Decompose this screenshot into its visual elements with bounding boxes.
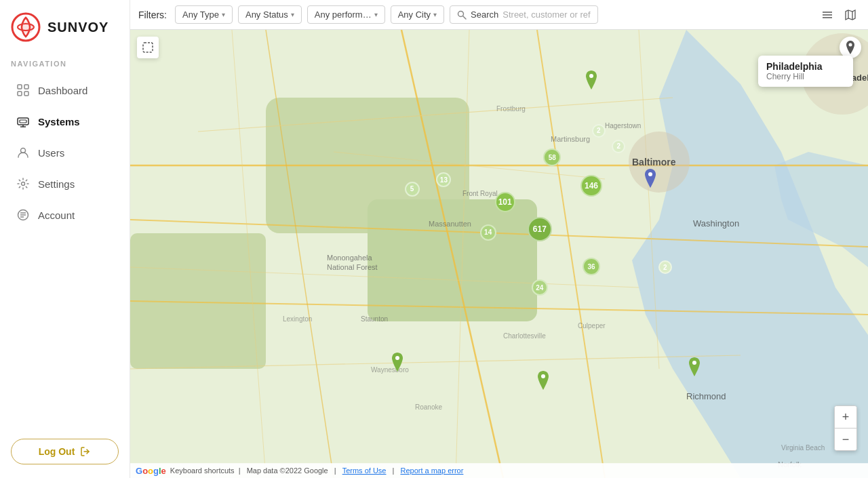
- performer-filter-chevron: ▾: [374, 11, 378, 18]
- type-filter[interactable]: Any Type ▾: [175, 5, 233, 24]
- sunvoy-logo-icon: [11, 12, 41, 42]
- app-name: SUNVOY: [47, 20, 108, 35]
- status-filter-label: Any Status: [245, 9, 288, 20]
- svg-text:Massanutten: Massanutten: [429, 220, 471, 228]
- search-label: Search: [471, 9, 498, 20]
- location-pin-icon: [845, 41, 856, 54]
- status-filter-chevron: ▾: [291, 11, 294, 18]
- draw-rectangle-icon: [142, 41, 154, 54]
- search-placeholder: Street, customer or ref: [502, 9, 590, 20]
- settings-icon: [16, 177, 30, 191]
- logo-area: SUNVOY: [0, 0, 130, 52]
- sidebar-item-settings[interactable]: Settings: [5, 170, 124, 198]
- list-view-button[interactable]: [818, 5, 837, 24]
- svg-text:Washington: Washington: [693, 218, 739, 228]
- svg-rect-2: [18, 85, 22, 89]
- google-logo: Google: [136, 466, 166, 476]
- svg-point-11: [22, 182, 25, 186]
- svg-text:Richmond: Richmond: [686, 391, 726, 401]
- svg-rect-64: [143, 43, 153, 52]
- logout-button[interactable]: Log Out: [11, 439, 119, 464]
- attribution-sep: |: [332, 466, 338, 475]
- city-filter-label: Any City: [398, 9, 431, 20]
- terms-link[interactable]: Terms of Use: [342, 466, 387, 475]
- svg-rect-7: [20, 120, 26, 123]
- account-icon: [16, 208, 30, 222]
- svg-text:Culpeper: Culpeper: [578, 322, 606, 330]
- type-filter-label: Any Type: [182, 9, 219, 20]
- svg-text:Hagerstown: Hagerstown: [605, 122, 641, 130]
- map-container[interactable]: Baltimore Washington Philadelphia Richmo…: [130, 30, 868, 478]
- tooltip-city-sub: Cherry Hill: [766, 72, 845, 81]
- svg-text:Staunton: Staunton: [361, 315, 388, 323]
- logout-area: Log Out: [0, 431, 130, 478]
- tooltip-city-name: Philadelphia: [766, 61, 845, 72]
- svg-text:Front Royal: Front Royal: [462, 190, 498, 197]
- svg-text:National Forest: National Forest: [327, 263, 378, 271]
- sidebar-item-label-account: Account: [38, 210, 75, 221]
- sidebar-item-users[interactable]: Users: [5, 138, 124, 167]
- svg-line-18: [463, 16, 467, 19]
- sidebar-item-account[interactable]: Account: [5, 201, 124, 229]
- attribution-text: Keyboard shortcuts |: [170, 466, 243, 475]
- status-filter[interactable]: Any Status ▾: [238, 5, 302, 24]
- svg-rect-3: [24, 85, 28, 89]
- city-filter[interactable]: Any City ▾: [391, 5, 444, 24]
- svg-text:Lexington: Lexington: [283, 315, 312, 323]
- zoom-out-button[interactable]: −: [835, 429, 856, 450]
- svg-marker-22: [846, 10, 855, 20]
- map-data-copyright: Map data ©2022 Google: [247, 466, 328, 475]
- sidebar-item-label-users: Users: [38, 147, 64, 159]
- svg-rect-27: [368, 199, 537, 321]
- svg-text:Roanoke: Roanoke: [415, 403, 442, 411]
- type-filter-chevron: ▾: [222, 11, 225, 18]
- svg-text:Frostburg: Frostburg: [496, 105, 526, 113]
- logout-icon: [80, 446, 91, 457]
- filters-label: Filters:: [138, 9, 167, 20]
- zoom-controls: + −: [834, 405, 857, 451]
- svg-point-65: [849, 43, 852, 47]
- nav-label: NAVIGATION: [0, 52, 130, 72]
- nav-items: Dashboard Systems Users Settings: [0, 72, 130, 431]
- city-filter-chevron: ▾: [433, 11, 437, 18]
- performer-filter[interactable]: Any perform… ▾: [307, 5, 385, 24]
- systems-icon: [16, 115, 30, 128]
- users-icon: [16, 146, 30, 159]
- svg-text:Monongahela: Monongahela: [327, 254, 373, 262]
- sidebar-item-label-dashboard: Dashboard: [38, 85, 87, 96]
- svg-text:Waynesboro: Waynesboro: [371, 366, 409, 374]
- dashboard-icon: [16, 83, 30, 97]
- filter-right-icons: [818, 5, 860, 24]
- search-box[interactable]: Search Street, customer or ref: [450, 5, 598, 24]
- zoom-in-button[interactable]: +: [835, 406, 856, 428]
- svg-text:Virginia Beach: Virginia Beach: [781, 444, 825, 452]
- svg-text:Charlottesville: Charlottesville: [503, 332, 546, 340]
- svg-rect-5: [24, 92, 28, 96]
- main-content: Filters: Any Type ▾ Any Status ▾ Any per…: [130, 0, 868, 478]
- report-link[interactable]: Report a map error: [400, 466, 463, 475]
- sidebar-item-systems[interactable]: Systems: [5, 107, 124, 136]
- svg-text:Martinsburg: Martinsburg: [551, 135, 590, 143]
- search-icon: [457, 10, 467, 20]
- sidebar-item-label-systems: Systems: [38, 116, 80, 127]
- sidebar-item-dashboard[interactable]: Dashboard: [5, 76, 124, 104]
- sidebar-item-label-settings: Settings: [38, 178, 75, 190]
- map-attribution: Google Keyboard shortcuts | Map data ©20…: [130, 463, 868, 478]
- svg-text:Baltimore: Baltimore: [632, 157, 676, 167]
- map-view-button[interactable]: [841, 5, 860, 24]
- map-draw-button[interactable]: [137, 37, 159, 58]
- performer-filter-label: Any perform…: [315, 9, 372, 20]
- city-tooltip: Philadelphia Cherry Hill: [758, 56, 853, 87]
- attribution-sep2: |: [390, 466, 396, 475]
- sidebar: SUNVOY NAVIGATION Dashboard Systems User…: [0, 0, 130, 478]
- svg-rect-4: [18, 92, 22, 96]
- map-background: Baltimore Washington Philadelphia Richmo…: [130, 30, 868, 478]
- logout-label: Log Out: [39, 446, 75, 457]
- filter-bar: Filters: Any Type ▾ Any Status ▾ Any per…: [130, 0, 868, 30]
